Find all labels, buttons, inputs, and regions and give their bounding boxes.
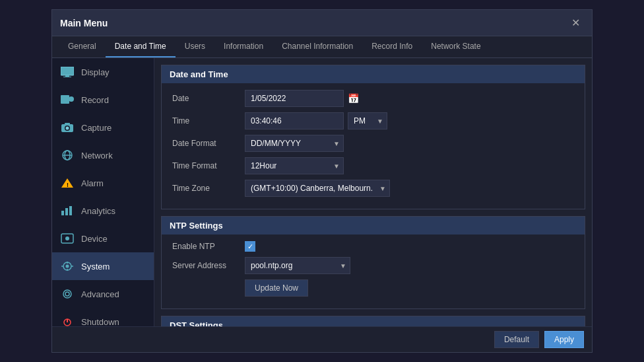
tab-channel-info[interactable]: Channel Information [273,36,362,57]
enable-ntp-control: ✓ [245,241,574,252]
enable-ntp-checkbox[interactable]: ✓ [245,241,255,252]
date-row: Date 📅 [172,90,574,107]
server-address-select[interactable]: pool.ntp.org time.google.com time.window… [245,257,350,274]
sidebar-item-shutdown[interactable]: Shutdown [52,308,154,326]
shutdown-icon [60,314,75,326]
date-time-header: Date and Time [162,65,585,83]
svg-point-7 [66,127,69,130]
svg-rect-16 [69,206,72,215]
sidebar-item-display[interactable]: Display [52,58,154,86]
svg-rect-1 [65,75,69,77]
date-input[interactable] [245,90,344,107]
sidebar-label-network: Network [81,151,113,161]
content-area: Display Record Capture Network [52,58,592,326]
update-now-row: Update Now [172,279,574,297]
tab-date-time[interactable]: Date and Time [106,36,176,57]
server-address-row: Server Address pool.ntp.org time.google.… [172,257,574,274]
date-label: Date [172,94,245,103]
svg-point-25 [63,290,71,298]
svg-rect-2 [63,77,71,77]
svg-rect-0 [61,67,74,75]
date-format-wrapper: DD/MM/YYYY MM/DD/YYYY YYYY/MM/DD ▼ [245,135,344,152]
sidebar-item-advanced[interactable]: Advanced [52,280,154,308]
svg-rect-8 [65,123,70,125]
svg-rect-15 [65,208,68,215]
time-format-row: Time Format 12Hour 24Hour ▼ [172,157,574,174]
default-button[interactable]: Default [494,331,539,348]
ntp-section: NTP Settings Enable NTP ✓ Server Address [161,216,585,309]
ntp-checkmark: ✓ [247,242,253,251]
sidebar-item-network[interactable]: Network [52,141,154,169]
timezone-label: Time Zone [172,184,245,193]
tab-record-info[interactable]: Record Info [362,36,422,57]
tab-network-state[interactable]: Network State [422,36,490,57]
sidebar-item-record[interactable]: Record [52,86,154,114]
sidebar-item-analytics[interactable]: Analytics [52,197,154,225]
sidebar-label-alarm: Alarm [81,178,104,188]
time-format-label: Time Format [172,161,245,170]
time-row: Time PM AM ▼ [172,112,574,129]
capture-icon [60,120,75,135]
tab-bar: General Date and Time Users Information … [52,36,592,58]
record-icon [60,92,75,107]
update-now-button[interactable]: Update Now [245,279,308,297]
title-bar: Main Menu ✕ [52,10,592,36]
time-format-select[interactable]: 12Hour 24Hour [245,157,344,174]
date-format-row: Date Format DD/MM/YYYY MM/DD/YYYY YYYY/M… [172,135,574,152]
sidebar-item-alarm[interactable]: ! Alarm [52,169,154,197]
enable-ntp-row: Enable NTP ✓ [172,241,574,252]
dst-header: DST Settings [162,316,585,326]
svg-text:!: ! [67,182,69,188]
sidebar-label-advanced: Advanced [81,289,119,299]
apply-button[interactable]: Apply [544,331,584,348]
sidebar-item-device[interactable]: Device [52,225,154,252]
sidebar-item-system[interactable]: System [52,252,154,280]
enable-ntp-label: Enable NTP [172,242,245,251]
svg-point-20 [66,265,69,268]
svg-point-4 [69,96,74,102]
timezone-control: (GMT+10:00) Canberra, Melbourn... ▼ [245,180,574,197]
dst-section: DST Settings Enable DST Time Offset 1Hou… [161,316,585,326]
timezone-row: Time Zone (GMT+10:00) Canberra, Melbourn… [172,180,574,197]
time-control: PM AM ▼ [245,112,574,129]
modal-title: Main Menu [60,18,108,28]
tab-general[interactable]: General [59,36,106,57]
date-format-control: DD/MM/YYYY MM/DD/YYYY YYYY/MM/DD ▼ [245,135,574,152]
sidebar-label-capture: Capture [81,123,112,133]
timezone-select[interactable]: (GMT+10:00) Canberra, Melbourn... [245,180,390,197]
display-icon [60,65,75,79]
date-control: 📅 [245,90,574,107]
time-input[interactable] [245,112,344,129]
calendar-icon[interactable]: 📅 [348,93,359,104]
sidebar: Display Record Capture Network [52,58,154,326]
date-time-section: Date and Time Date 📅 Time [161,65,585,209]
server-address-control: pool.ntp.org time.google.com time.window… [245,257,574,274]
svg-rect-3 [61,95,69,104]
svg-point-26 [65,292,69,296]
svg-point-18 [65,236,69,240]
advanced-icon [60,287,75,301]
ntp-header: NTP Settings [162,217,585,235]
bottom-bar: Default Apply [52,326,592,352]
main-panel: Date and Time Date 📅 Time [154,58,592,326]
time-format-wrapper: 12Hour 24Hour ▼ [245,157,344,174]
sidebar-label-analytics: Analytics [81,206,115,216]
tab-information[interactable]: Information [214,36,273,57]
ampm-wrapper: PM AM ▼ [348,112,387,129]
sidebar-label-device: Device [81,234,108,244]
server-address-wrapper: pool.ntp.org time.google.com time.window… [245,257,350,274]
timezone-wrapper: (GMT+10:00) Canberra, Melbourn... ▼ [245,180,390,197]
time-label: Time [172,116,245,126]
server-address-label: Server Address [172,261,245,270]
tab-users[interactable]: Users [176,36,214,57]
alarm-icon: ! [60,176,75,190]
date-format-select[interactable]: DD/MM/YYYY MM/DD/YYYY YYYY/MM/DD [245,135,344,152]
sidebar-label-record: Record [81,95,109,105]
sidebar-item-capture[interactable]: Capture [52,114,154,141]
analytics-icon [60,203,75,218]
close-button[interactable]: ✕ [567,15,584,30]
main-menu-modal: Main Menu ✕ General Date and Time Users … [51,9,593,353]
time-format-control: 12Hour 24Hour ▼ [245,157,574,174]
system-icon [60,259,75,273]
ampm-select[interactable]: PM AM [348,112,387,129]
